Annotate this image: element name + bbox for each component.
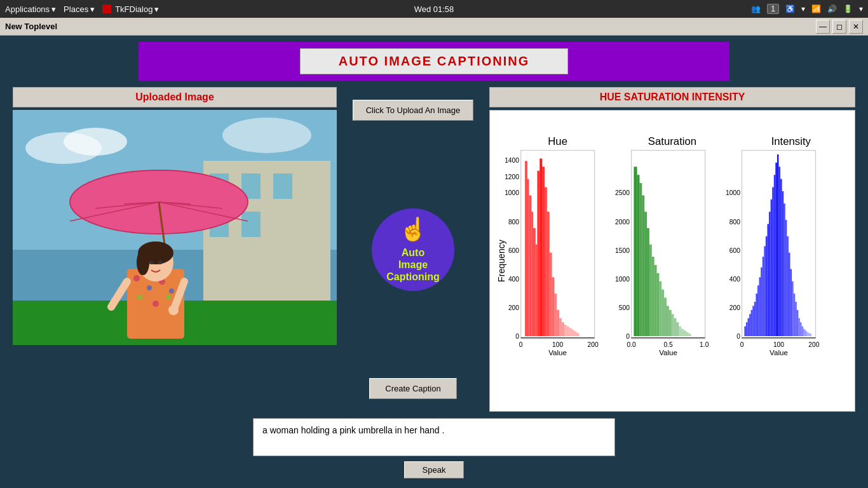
places-label: Places	[64, 4, 88, 14]
svg-rect-126	[764, 246, 766, 336]
svg-rect-61	[559, 318, 562, 336]
svg-rect-60	[557, 310, 559, 336]
svg-text:400: 400	[508, 276, 519, 283]
svg-text:0: 0	[519, 341, 523, 348]
svg-rect-11	[241, 212, 261, 237]
svg-rect-68	[576, 333, 579, 336]
svg-text:0: 0	[740, 341, 744, 348]
right-panel: HUE SATURATION INTENSITY Hue Saturation …	[489, 87, 855, 412]
svg-rect-93	[667, 306, 669, 336]
svg-point-3	[222, 118, 311, 153]
hsi-label: HUE SATURATION INTENSITY	[489, 87, 855, 107]
window-title: New Toplevel	[5, 22, 57, 31]
svg-text:200: 200	[508, 304, 519, 311]
svg-rect-53	[539, 158, 542, 336]
svg-rect-99	[681, 329, 684, 336]
svg-rect-80	[634, 166, 637, 336]
svg-rect-153	[808, 333, 810, 336]
svg-text:0: 0	[736, 333, 740, 340]
app-container: AUTO IMAGE CAPTIONING Uploaded Image	[0, 36, 868, 488]
svg-rect-50	[533, 228, 536, 336]
places-menu[interactable]: Places ▾	[64, 4, 95, 14]
tkfdialog-menu[interactable]: TkFDialog ▾	[102, 4, 159, 14]
hsi-chart-area: Hue Saturation Intensity Frequency 0 200…	[489, 110, 855, 412]
svg-rect-144	[794, 294, 796, 336]
svg-text:100: 100	[773, 341, 784, 348]
caption-text: a woman holding a pink umbrella in her h…	[253, 418, 615, 456]
svg-rect-141	[789, 253, 790, 336]
maximize-button[interactable]: ◻	[832, 20, 846, 34]
close-button[interactable]: ✕	[849, 20, 863, 34]
svg-text:200: 200	[729, 304, 740, 311]
svg-rect-152	[806, 332, 808, 336]
svg-text:0: 0	[626, 333, 630, 340]
saturation-x-label: Value	[659, 349, 677, 356]
svg-rect-64	[567, 327, 569, 336]
svg-rect-51	[536, 245, 538, 336]
window-controls: — ◻ ✕	[816, 20, 863, 34]
middle-panel: Click To Upload An Image ☝ Auto Image Ca…	[349, 87, 477, 412]
accessibility-chevron: ▾	[801, 4, 805, 13]
svg-text:1.0: 1.0	[700, 341, 709, 348]
uploaded-image-svg	[13, 110, 337, 345]
svg-rect-47	[527, 179, 529, 336]
svg-rect-89	[657, 273, 660, 336]
svg-rect-82	[639, 183, 642, 336]
svg-rect-52	[537, 171, 539, 336]
svg-text:500: 500	[619, 304, 630, 311]
svg-rect-125	[763, 257, 764, 336]
header-title-box: AUTO IMAGE CAPTIONING	[300, 48, 569, 74]
svg-text:0: 0	[515, 333, 519, 340]
svg-point-27	[153, 301, 159, 307]
svg-rect-124	[761, 268, 763, 336]
taskbar-left: Applications ▾ Places ▾ TkFDialog ▾	[5, 4, 159, 14]
svg-text:200: 200	[808, 341, 819, 348]
svg-rect-67	[574, 331, 576, 336]
minimize-button[interactable]: —	[816, 20, 830, 34]
workspace-badge[interactable]: 1	[767, 4, 779, 14]
dialog-label: TkFDialog	[115, 4, 153, 14]
speak-button[interactable]: Speak	[404, 461, 465, 478]
svg-rect-143	[792, 281, 794, 336]
svg-text:800: 800	[729, 219, 740, 226]
svg-point-32	[149, 261, 153, 264]
taskbar: Applications ▾ Places ▾ TkFDialog ▾ Wed …	[0, 0, 868, 18]
svg-point-2	[64, 128, 127, 156]
frequency-label: Frequency	[496, 239, 506, 282]
svg-rect-62	[562, 322, 564, 336]
battery-icon: 🔋	[843, 4, 853, 13]
svg-rect-129	[769, 212, 771, 336]
svg-text:1500: 1500	[615, 247, 630, 254]
svg-text:600: 600	[729, 247, 740, 254]
svg-point-22	[133, 275, 140, 281]
svg-rect-116	[748, 318, 750, 336]
svg-rect-94	[669, 310, 672, 336]
svg-rect-92	[664, 297, 667, 336]
svg-rect-148	[800, 322, 802, 336]
svg-rect-138	[783, 203, 785, 336]
svg-point-31	[137, 250, 149, 275]
svg-rect-95	[672, 314, 674, 336]
svg-text:2000: 2000	[615, 219, 630, 226]
create-caption-button[interactable]: Create Caption	[369, 378, 456, 399]
svg-rect-56	[547, 212, 550, 336]
svg-rect-65	[569, 328, 572, 336]
svg-text:2500: 2500	[615, 189, 630, 196]
intensity-chart-title: Intensity	[771, 135, 811, 147]
taskbar-clock: Wed 01:58	[414, 4, 454, 14]
applications-label: Applications	[5, 4, 50, 14]
applications-menu[interactable]: Applications ▾	[5, 4, 56, 14]
taskbar-right: 👥 1 ♿ ▾ 📶 🔊 🔋 ▾	[751, 4, 863, 14]
app-title: AUTO IMAGE CAPTIONING	[339, 54, 530, 68]
svg-rect-119	[752, 306, 754, 336]
svg-rect-90	[659, 281, 661, 336]
svg-rect-121	[756, 294, 757, 336]
dialog-chevron: ▾	[154, 4, 159, 14]
svg-rect-66	[572, 330, 574, 336]
hsi-chart: Hue Saturation Intensity Frequency 0 200…	[496, 117, 848, 405]
svg-rect-147	[798, 318, 800, 336]
hand-pointer-icon: ☝	[399, 216, 428, 243]
svg-rect-97	[676, 322, 679, 336]
svg-text:100: 100	[552, 341, 563, 348]
upload-image-button[interactable]: Click To Upload An Image	[353, 100, 473, 121]
